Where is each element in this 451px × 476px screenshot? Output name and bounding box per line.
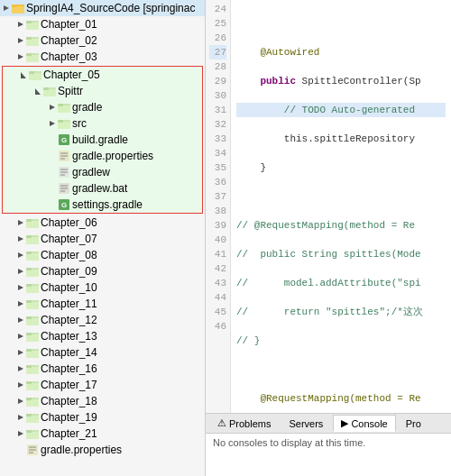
code-line-34: // return "spittles";/*这次	[236, 305, 446, 319]
tree-spittr[interactable]: Spittr	[3, 83, 202, 99]
tree-ch01[interactable]: Chapter_01	[0, 16, 205, 32]
ch13-folder-icon	[26, 330, 39, 343]
svg-rect-59	[26, 252, 32, 254]
tree-ch21[interactable]: Chapter_21	[0, 426, 205, 442]
ch06-label: Chapter_06	[41, 216, 97, 229]
line-numbers: 24 25 26 27 28 29 30 31 32 33 34 35 36 3…	[206, 0, 231, 413]
tree-ch13[interactable]: Chapter_13	[0, 328, 205, 344]
svg-marker-60	[18, 269, 23, 274]
tab-servers[interactable]: Servers	[281, 416, 331, 432]
svg-marker-76	[18, 334, 23, 339]
tree-ch18[interactable]: Chapter_18	[0, 393, 205, 409]
settings-gradle-label: settings.gradle	[72, 198, 143, 211]
tree-gradle-props[interactable]: gradle.properties	[3, 148, 202, 164]
tree-gradlew-bat[interactable]: gradlew.bat	[3, 180, 202, 197]
gradlew-icon	[58, 166, 70, 178]
svg-marker-52	[18, 236, 23, 242]
console-panel: ⚠ Problems Servers ▶ Console Pro No cons…	[206, 413, 451, 476]
svg-rect-70	[26, 302, 39, 309]
build-gradle-icon: G	[58, 133, 70, 146]
code-panel: 24 25 26 27 28 29 30 31 32 33 34 35 36 3…	[206, 0, 451, 476]
svg-rect-83	[26, 349, 32, 352]
svg-text:G: G	[61, 136, 67, 144]
ch19-folder-icon	[26, 411, 39, 424]
code-line-33: // model.addAttribute("spi	[236, 276, 446, 290]
tree-ch19[interactable]: Chapter_19	[0, 409, 205, 426]
svg-rect-7	[26, 21, 32, 23]
ch05-folder-icon	[29, 69, 41, 81]
tree-ch07[interactable]: Chapter_07	[0, 231, 205, 247]
tree-src[interactable]: src	[3, 115, 202, 132]
code-area[interactable]: @Autowired public SpittleController(Sp /…	[231, 0, 451, 413]
tab-progress[interactable]: Pro	[398, 416, 429, 432]
tree-build-gradle[interactable]: G build.gradle	[3, 132, 202, 148]
ch19-arrow-icon	[16, 413, 25, 422]
ch17-arrow-icon	[16, 380, 25, 389]
svg-marker-12	[18, 54, 23, 60]
problems-label: Problems	[229, 418, 271, 429]
tree-ch10[interactable]: Chapter_10	[0, 279, 205, 296]
ch13-arrow-icon	[16, 332, 25, 341]
ch10-folder-icon	[26, 281, 39, 294]
code-line-35: // }	[236, 334, 446, 348]
tree-gradlew[interactable]: gradlew	[3, 164, 202, 180]
svg-marker-100	[18, 431, 23, 436]
src-label: src	[72, 117, 87, 130]
svg-marker-68	[18, 301, 23, 307]
tree-ch09[interactable]: Chapter_09	[0, 263, 205, 279]
svg-rect-63	[26, 268, 32, 270]
tree-gradle-dir[interactable]: gradle	[3, 99, 202, 115]
tree-ch16[interactable]: Chapter_16	[0, 361, 205, 377]
svg-marker-92	[18, 398, 23, 404]
svg-rect-58	[26, 253, 39, 261]
tree-ch05[interactable]: Chapter_05	[3, 67, 202, 83]
svg-rect-31	[58, 120, 63, 123]
svg-rect-27	[58, 104, 63, 106]
ch12-folder-icon	[26, 314, 39, 326]
ch07-folder-icon	[26, 233, 39, 245]
svg-marker-24	[50, 105, 55, 110]
tree-ch17[interactable]: Chapter_17	[0, 377, 205, 393]
svg-rect-90	[26, 383, 39, 390]
ch14-folder-icon	[26, 346, 39, 359]
root-label: SpringIA4_SourceCode [springinac	[26, 2, 195, 14]
ch01-folder-icon	[26, 18, 39, 31]
tree-ch14[interactable]: Chapter_14	[0, 344, 205, 361]
ch18-label: Chapter_18	[41, 395, 97, 407]
svg-rect-14	[26, 55, 39, 62]
ch09-arrow-icon	[16, 267, 25, 276]
code-line-31: // @RequestMapping(method = Re	[236, 218, 446, 233]
tree-ch12[interactable]: Chapter_12	[0, 312, 205, 328]
ch14-arrow-icon	[16, 348, 25, 357]
svg-rect-3	[12, 5, 17, 7]
svg-rect-30	[58, 122, 70, 129]
tree-root[interactable]: SpringIA4_SourceCode [springinac	[0, 0, 205, 16]
tab-console[interactable]: ▶ Console	[333, 415, 395, 432]
console-label: Console	[351, 418, 387, 429]
src-folder-icon	[58, 117, 70, 130]
svg-rect-87	[26, 365, 32, 368]
svg-marker-80	[18, 350, 23, 355]
tab-problems[interactable]: ⚠ Problems	[209, 415, 279, 432]
tree-settings-gradle[interactable]: G settings.gradle	[3, 197, 202, 213]
spittr-arrow-icon	[33, 87, 42, 96]
tree-ch11[interactable]: Chapter_11	[0, 296, 205, 312]
ch09-folder-icon	[26, 265, 39, 278]
svg-rect-82	[26, 351, 39, 358]
ch13-label: Chapter_13	[41, 330, 97, 343]
settings-gradle-icon: G	[58, 198, 70, 211]
tree-ch08[interactable]: Chapter_08	[0, 247, 205, 263]
tree-ch02[interactable]: Chapter_02	[0, 32, 205, 49]
gradle-root-icon	[26, 444, 39, 456]
svg-marker-20	[35, 88, 41, 95]
svg-rect-22	[43, 89, 56, 96]
ch12-arrow-icon	[16, 316, 25, 325]
tree-ch06[interactable]: Chapter_06	[0, 215, 205, 231]
ch03-label: Chapter_03	[41, 50, 97, 63]
tree-ch03[interactable]: Chapter_03	[0, 49, 205, 65]
gradlew-bat-icon	[58, 182, 70, 195]
ch10-arrow-icon	[16, 283, 25, 292]
tree-gradle-root[interactable]: gradle.properties	[0, 442, 205, 458]
console-message: No consoles to display at this time.	[213, 437, 365, 448]
svg-rect-75	[26, 316, 32, 319]
